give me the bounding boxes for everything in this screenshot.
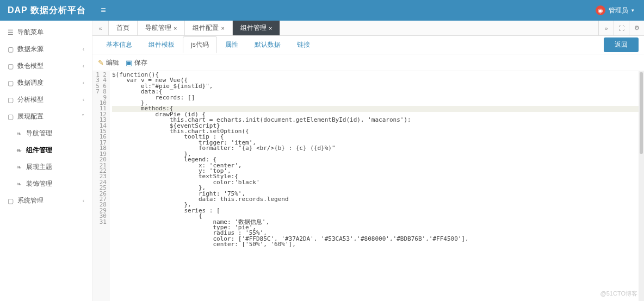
expand-icon[interactable]: ⛶: [614, 21, 629, 35]
sidebar-sub-decor[interactable]: ❧装饰管理: [0, 175, 92, 192]
editor-toolbar: ✎编辑 ▣保存: [92, 54, 644, 71]
chevron-left-icon: ‹: [83, 80, 84, 86]
user-label: 管理员: [609, 6, 628, 15]
sidebar-item-display[interactable]: ▢展现配置˅: [0, 108, 92, 125]
subtab-2[interactable]: js代码: [183, 36, 217, 53]
leaf-icon: ❧: [16, 130, 26, 137]
tab-1[interactable]: 导航管理×: [138, 21, 185, 35]
close-icon[interactable]: ×: [221, 25, 224, 32]
tabbar: « 首页导航管理×组件配置×组件管理× » ⛶ ⚙: [92, 21, 644, 36]
folder-icon: ▢: [8, 62, 17, 70]
chevron-left-icon: ‹: [83, 46, 84, 52]
subtabs-row: 基本信息组件模板js代码属性默认数据链接 返回: [92, 36, 644, 54]
folder-icon: ▢: [8, 79, 17, 87]
folder-icon: ▢: [8, 96, 17, 104]
subtab-1[interactable]: 组件模板: [140, 36, 183, 53]
pencil-icon: ✎: [98, 59, 104, 67]
tab-0[interactable]: 首页: [109, 21, 138, 35]
leaf-icon: ❧: [16, 147, 26, 154]
app-logo: DAP 数据分析平台: [0, 5, 92, 16]
code-editor[interactable]: 1 2 3 4 5 6 7 8 9 10 11 12 13 14 15 16 1…: [92, 71, 644, 301]
edit-button[interactable]: ✎编辑: [98, 58, 119, 67]
leaf-icon: ❧: [16, 164, 26, 171]
chevron-left-icon: ‹: [83, 63, 84, 69]
tab-next-button[interactable]: »: [598, 21, 614, 35]
menu-toggle-icon[interactable]: ≡: [92, 5, 114, 15]
sidebar-item-navmenu[interactable]: ☰导航菜单: [0, 24, 92, 41]
save-button[interactable]: ▣保存: [126, 58, 147, 67]
code-area[interactable]: $(function(){ var v = new Vue({ el:"#pie…: [110, 71, 639, 301]
location-icon: ◉: [596, 5, 605, 15]
tab-2[interactable]: 组件配置×: [185, 21, 232, 35]
tab-prev-button[interactable]: «: [92, 21, 109, 35]
line-gutter: 1 2 3 4 5 6 7 8 9 10 11 12 13 14 15 16 1…: [92, 71, 110, 301]
subtab-4[interactable]: 默认数据: [246, 36, 289, 53]
sidebar-sub-compmgmt[interactable]: ❧组件管理: [0, 142, 92, 159]
sidebar-item-system[interactable]: ▢系统管理‹: [0, 192, 92, 209]
folder-icon: ▢: [8, 113, 17, 121]
folder-icon: ▢: [8, 46, 17, 53]
close-icon[interactable]: ×: [269, 25, 272, 32]
chevron-down-icon: ˅: [82, 114, 84, 120]
sidebar-item-warehouse[interactable]: ▢数仓模型‹: [0, 58, 92, 74]
sidebar: ☰导航菜单 ▢数据来源‹ ▢数仓模型‹ ▢数据调度‹ ▢分析模型‹ ▢展现配置˅…: [0, 21, 92, 301]
folder-icon: ▢: [8, 197, 17, 205]
sidebar-sub-navmgmt[interactable]: ❧导航管理: [0, 125, 92, 142]
scrollbar-thumb[interactable]: [640, 72, 643, 154]
sidebar-item-analysis[interactable]: ▢分析模型‹: [0, 91, 92, 108]
close-icon[interactable]: ×: [174, 25, 177, 32]
subtab-5[interactable]: 链接: [289, 36, 318, 53]
main: « 首页导航管理×组件配置×组件管理× » ⛶ ⚙ 基本信息组件模板js代码属性…: [92, 21, 644, 301]
watermark: @51CTO博客: [600, 290, 637, 298]
tab-3[interactable]: 组件管理×: [233, 21, 280, 35]
scrollbar[interactable]: [639, 71, 644, 301]
header: DAP 数据分析平台 ≡ ◉ 管理员 ▾: [0, 0, 644, 21]
back-button[interactable]: 返回: [604, 37, 639, 52]
chevron-left-icon: ‹: [83, 97, 84, 103]
header-user[interactable]: ◉ 管理员 ▾: [596, 5, 644, 15]
save-icon: ▣: [126, 59, 132, 67]
settings-icon[interactable]: ⚙: [629, 21, 644, 35]
chevron-left-icon: ‹: [83, 198, 84, 204]
subtab-3[interactable]: 属性: [217, 36, 246, 53]
sidebar-sub-theme[interactable]: ❧展现主题: [0, 159, 92, 175]
subtab-0[interactable]: 基本信息: [98, 36, 140, 53]
menu-icon: ☰: [8, 29, 17, 36]
caret-down-icon: ▾: [631, 8, 634, 13]
sidebar-item-datasource[interactable]: ▢数据来源‹: [0, 41, 92, 58]
leaf-icon: ❧: [16, 180, 26, 188]
sidebar-item-schedule[interactable]: ▢数据调度‹: [0, 74, 92, 91]
